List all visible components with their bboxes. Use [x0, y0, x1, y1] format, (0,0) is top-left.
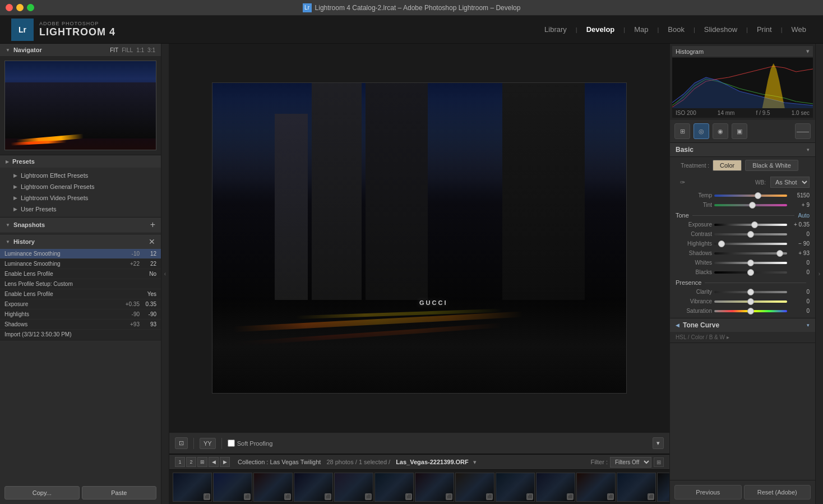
wb-dropdown[interactable]: As Shot Auto Daylight Cloudy Custom — [770, 177, 810, 188]
film-thumb-1[interactable]: ⬛ — [213, 473, 252, 502]
filter-select[interactable]: Filters Off — [610, 457, 651, 468]
navigator-header[interactable]: ▼ Navigator FIT FILL 1:1 3:1 — [0, 44, 161, 56]
crop-tool-icon[interactable]: ⊞ — [674, 123, 690, 139]
reset-button[interactable]: Reset (Adobe) — [744, 485, 811, 500]
tone-auto-button[interactable]: Auto — [798, 212, 810, 219]
history-item-5[interactable]: Exposure +0.35 0.35 — [0, 299, 161, 309]
history-item-1[interactable]: Luminance Smoothing +22 22 — [0, 259, 161, 269]
history-item-2[interactable]: Enable Lens Profile No — [0, 269, 161, 279]
histogram-arrow[interactable]: ▾ — [806, 48, 810, 55]
bw-treatment-button[interactable]: Black & White — [745, 160, 798, 171]
filmstrip-page-2[interactable]: 2 — [186, 457, 196, 467]
vibrance-thumb[interactable] — [747, 298, 754, 305]
film-thumb-12[interactable]: ⬛ — [657, 473, 669, 502]
filmstrip-next-arrow[interactable]: ▶ — [220, 457, 230, 467]
contrast-thumb[interactable] — [747, 231, 754, 238]
nav-map[interactable]: Map — [628, 23, 654, 36]
redeye-icon[interactable]: ◉ — [713, 123, 728, 139]
color-treatment-button[interactable]: Color — [713, 160, 742, 171]
filmstrip-expand-button[interactable]: ⊞ — [654, 457, 664, 467]
film-thumb-0[interactable]: ⬛ — [173, 473, 212, 502]
tone-curve-section[interactable]: ◀ Tone Curve ▾ — [670, 318, 815, 332]
maximize-button[interactable] — [27, 4, 34, 11]
history-item-8[interactable]: Import (3/3/12 3:50:30 PM) — [0, 330, 161, 340]
contrast-track[interactable] — [714, 233, 787, 235]
spot-removal-icon[interactable]: ◎ — [693, 123, 709, 139]
saturation-thumb[interactable] — [747, 308, 754, 315]
film-thumb-10[interactable]: ⬛ — [576, 473, 616, 502]
shadows-track[interactable] — [714, 252, 787, 255]
film-thumb-6[interactable]: ⬛ — [415, 473, 454, 502]
tint-thumb[interactable] — [749, 202, 756, 209]
nav-develop[interactable]: Develop — [581, 23, 621, 36]
previous-button[interactable]: Previous — [674, 485, 742, 500]
paste-button[interactable]: Paste — [82, 486, 157, 500]
exposure-thumb[interactable] — [751, 221, 758, 228]
temp-track[interactable] — [714, 195, 787, 197]
blacks-track[interactable] — [714, 271, 787, 274]
filmstrip-prev-arrow[interactable]: ◀ — [209, 457, 219, 467]
thumb-image[interactable] — [4, 61, 156, 150]
nav-slideshow[interactable]: Slideshow — [699, 23, 743, 36]
film-thumb-11[interactable]: ⬛ — [617, 473, 656, 502]
nav-web[interactable]: Web — [786, 23, 812, 36]
graduated-filter-icon[interactable]: ▣ — [732, 123, 747, 139]
copy-button[interactable]: Copy... — [4, 486, 80, 500]
toolbar-dropdown-button[interactable]: ▾ — [653, 437, 664, 449]
preset-item-1[interactable]: ▶ Lightroom General Presets — [0, 181, 161, 192]
film-thumb-2[interactable]: ⬛ — [253, 473, 293, 502]
nav-print[interactable]: Print — [751, 23, 778, 36]
fit-opt-1-1[interactable]: 1:1 — [136, 47, 144, 53]
history-item-7[interactable]: Shadows +93 93 — [0, 320, 161, 330]
nav-library[interactable]: Library — [539, 23, 572, 36]
temp-thumb[interactable] — [755, 192, 761, 199]
left-panel-collapse[interactable]: ‹ — [161, 44, 169, 504]
basic-header[interactable]: Basic ▾ — [670, 143, 815, 157]
whites-track[interactable] — [714, 262, 787, 264]
film-thumb-5[interactable]: ⬛ — [374, 473, 414, 502]
fit-opt-fill[interactable]: FILL — [122, 47, 133, 53]
whites-thumb[interactable] — [747, 260, 754, 266]
highlights-thumb[interactable] — [718, 241, 725, 247]
history-item-0[interactable]: Luminance Smoothing -10 12 — [0, 249, 161, 259]
shadows-thumb[interactable] — [776, 250, 783, 257]
nav-book[interactable]: Book — [662, 23, 690, 36]
clarity-thumb[interactable] — [747, 289, 754, 295]
filmstrip-dropdown-arrow[interactable]: ▾ — [473, 459, 477, 466]
snapshots-add-button[interactable]: + — [150, 220, 155, 229]
soft-proofing-checkbox[interactable] — [228, 440, 235, 447]
vibrance-track[interactable] — [714, 300, 787, 303]
fit-opt-3-1[interactable]: 3:1 — [147, 47, 155, 53]
history-close-button[interactable]: ✕ — [149, 237, 155, 246]
history-header[interactable]: ▼ History ✕ — [0, 234, 161, 249]
highlights-track[interactable] — [714, 243, 787, 245]
view-mode-button[interactable]: ⊡ — [175, 437, 188, 449]
right-panel-collapse[interactable]: › — [815, 44, 823, 504]
history-item-4[interactable]: Enable Lens Profile Yes — [0, 289, 161, 299]
preset-item-3[interactable]: ▶ User Presets — [0, 204, 161, 215]
film-thumb-9[interactable]: ⬛ — [536, 473, 575, 502]
history-item-3[interactable]: Lens Profile Setup: Custom — [0, 279, 161, 289]
close-button[interactable] — [6, 4, 13, 11]
film-thumb-3[interactable]: ⬛ — [294, 473, 333, 502]
filmstrip-filename[interactable]: Las_Vegas-2221399.ORF — [396, 459, 469, 465]
image-area[interactable]: GUCCI — [169, 44, 669, 432]
tint-track[interactable] — [714, 204, 787, 206]
filmstrip-page-1[interactable]: 1 — [175, 457, 185, 467]
blacks-thumb[interactable] — [747, 269, 754, 276]
snapshots-header[interactable]: ▼ Snapshots + — [0, 218, 161, 232]
history-item-6[interactable]: Highlights -90 -90 — [0, 309, 161, 320]
film-thumb-7[interactable]: ⬛ — [455, 473, 494, 502]
preset-item-2[interactable]: ▶ Lightroom Video Presets — [0, 192, 161, 204]
adjustment-brush-icon[interactable]: —— — [795, 123, 811, 139]
wb-eyedropper[interactable]: ✑ — [676, 175, 689, 189]
color-label-button[interactable]: YY — [200, 438, 216, 449]
exposure-track[interactable] — [714, 224, 787, 226]
film-thumb-8[interactable]: ⬛ — [496, 473, 535, 502]
minimize-button[interactable] — [16, 4, 24, 11]
filmstrip-grid-icon[interactable]: ⊞ — [197, 457, 207, 467]
preset-item-0[interactable]: ▶ Lightroom Effect Presets — [0, 170, 161, 181]
presets-header[interactable]: ▶ Presets — [0, 155, 161, 168]
clarity-track[interactable] — [714, 291, 787, 293]
saturation-track[interactable] — [714, 310, 787, 312]
